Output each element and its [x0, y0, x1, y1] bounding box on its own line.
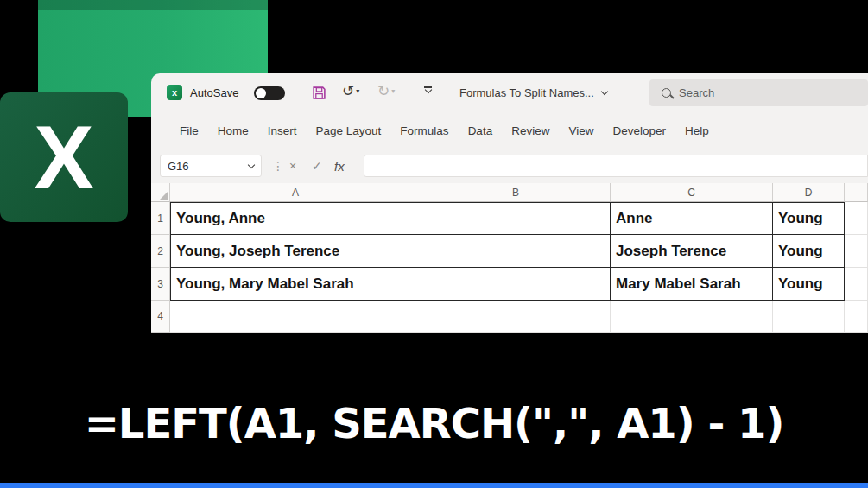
tab-formulas[interactable]: Formulas [390, 124, 458, 137]
title-bar: x AutoSave ↺ ▾ ↻ ▾ [151, 73, 868, 112]
cell-B3[interactable] [421, 268, 611, 301]
col-header-a[interactable]: A [170, 183, 421, 202]
row-header-1[interactable]: 1 [151, 202, 170, 235]
cell-B2[interactable] [421, 235, 611, 268]
tab-home[interactable]: Home [208, 124, 258, 137]
worksheet: A B C D 1 Young, Anne Anne Young 2 Young… [151, 183, 868, 333]
cell-C2[interactable]: Joseph Terence [611, 235, 773, 268]
cell-D1[interactable]: Young [773, 202, 845, 235]
cell-D3[interactable]: Young [773, 268, 845, 301]
redo-dropdown-icon: ▾ [391, 87, 395, 95]
cell-A1[interactable]: Young, Anne [170, 202, 421, 235]
save-button[interactable] [312, 86, 326, 100]
row-header-4[interactable]: 4 [151, 301, 170, 333]
search-input[interactable]: Search [649, 79, 868, 106]
excel-app-icon: x [167, 85, 182, 100]
excel-logo-letter: X [34, 112, 93, 202]
col-header-e[interactable] [845, 183, 868, 202]
undo-dropdown-icon: ▾ [356, 87, 359, 95]
tab-developer[interactable]: Developer [603, 124, 675, 137]
excel-window: x AutoSave ↺ ▾ ↻ ▾ [151, 73, 868, 333]
name-box-value: G16 [168, 160, 189, 173]
excel-logo-top-strip [38, 0, 268, 10]
excel-logo-tile: X [0, 92, 128, 222]
cell-D4[interactable] [773, 301, 845, 333]
col-header-b[interactable]: B [421, 183, 611, 202]
name-box[interactable]: G16 [160, 155, 262, 177]
autosave-toggle[interactable] [254, 86, 285, 100]
redo-button[interactable]: ↻ ▾ [377, 82, 395, 99]
cell-D2[interactable]: Young [773, 235, 845, 268]
undo-button[interactable]: ↺ ▾ [342, 82, 359, 99]
cell-C1[interactable]: Anne [611, 202, 773, 235]
col-header-c[interactable]: C [611, 183, 773, 202]
autosave-label: AutoSave [190, 73, 238, 112]
insert-function-button[interactable]: fx [334, 155, 345, 177]
enter-button[interactable]: ✓ [312, 155, 322, 177]
tab-file[interactable]: File [170, 124, 208, 137]
tab-help[interactable]: Help [675, 124, 719, 137]
cell-B1[interactable] [421, 202, 611, 235]
formula-input[interactable] [364, 155, 868, 177]
cell-C3[interactable]: Mary Mabel Sarah [611, 268, 773, 301]
tab-data[interactable]: Data [459, 124, 503, 137]
document-title[interactable]: Formulas To Split Names... [459, 73, 607, 112]
cell-E2[interactable] [845, 235, 868, 268]
cancel-button[interactable]: × [289, 155, 296, 177]
bottom-accent-bar [0, 483, 868, 488]
cell-A3[interactable]: Young, Mary Mabel Sarah [170, 268, 421, 301]
cell-A4[interactable] [170, 301, 421, 333]
ribbon-tab-bar: File Home Insert Page Layout Formulas Da… [151, 112, 868, 149]
cell-B4[interactable] [421, 301, 611, 333]
cell-C4[interactable] [611, 301, 773, 333]
undo-icon: ↺ [342, 82, 354, 99]
save-icon [312, 86, 326, 100]
tab-review[interactable]: Review [502, 124, 559, 137]
select-all-corner[interactable] [151, 183, 170, 202]
cell-grid: A B C D 1 Young, Anne Anne Young 2 Young… [151, 183, 868, 333]
col-header-d[interactable]: D [773, 183, 845, 202]
autosave-toggle-knob [256, 88, 266, 98]
cell-E1[interactable] [845, 202, 868, 235]
formula-caption: =LEFT(A1, SEARCH(",", A1) - 1) [0, 387, 868, 459]
cell-E4[interactable] [845, 301, 868, 333]
redo-icon: ↻ [377, 82, 390, 99]
row-header-2[interactable]: 2 [151, 235, 170, 268]
cell-E3[interactable] [845, 268, 868, 301]
stage: X x AutoSave ↺ ▾ ↻ [0, 0, 868, 488]
tab-page-layout[interactable]: Page Layout [307, 124, 391, 137]
tab-insert[interactable]: Insert [258, 124, 307, 137]
customize-quick-access-button[interactable] [424, 86, 432, 92]
title-chevron-down-icon [601, 88, 608, 95]
cell-A2[interactable]: Young, Joseph Terence [170, 235, 421, 268]
row-header-3[interactable]: 3 [151, 268, 170, 301]
search-placeholder: Search [679, 86, 714, 99]
name-box-chevron-down-icon [248, 161, 255, 168]
formula-bar-divider-icon: ⋮ [272, 155, 284, 177]
formula-bar: G16 ⋮ × ✓ fx [151, 149, 868, 183]
search-icon [662, 88, 671, 98]
tab-view[interactable]: View [559, 124, 603, 137]
